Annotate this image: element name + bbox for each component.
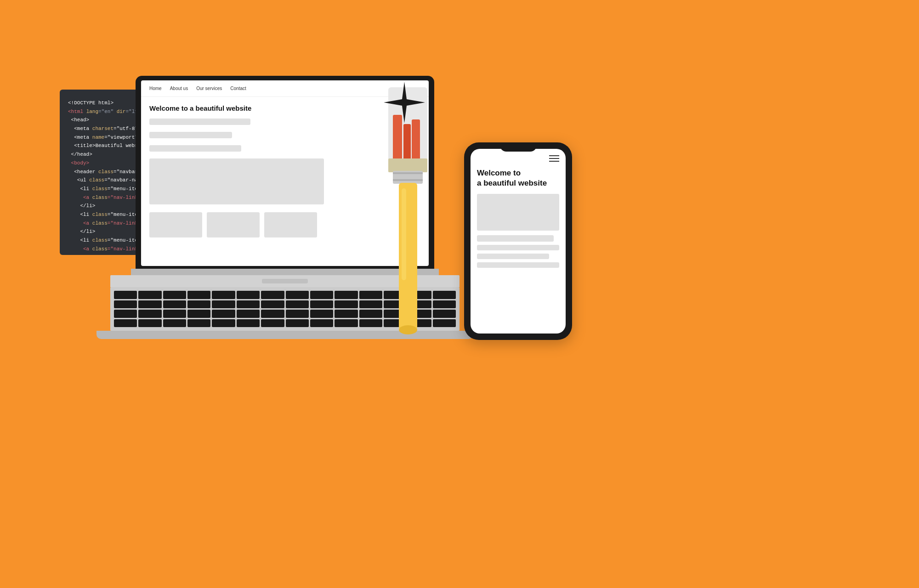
keyboard-key — [163, 319, 186, 328]
nav-about[interactable]: About us — [170, 86, 188, 91]
phone-text-placeholder — [477, 262, 559, 268]
keyboard-key — [261, 319, 284, 328]
keyboard-key — [286, 300, 309, 309]
keyboard-key — [114, 319, 137, 328]
nav-home[interactable]: Home — [149, 86, 162, 91]
sparkle-icon — [384, 82, 425, 123]
keyboard-key — [237, 300, 260, 309]
keyboard-key — [335, 319, 357, 328]
keyboard-key — [335, 310, 357, 318]
svg-rect-4 — [388, 158, 427, 172]
keyboard-key — [138, 319, 161, 328]
svg-rect-10 — [402, 188, 406, 280]
keyboard-key — [310, 319, 333, 328]
keyboard-key — [212, 291, 235, 299]
keyboard-key — [187, 319, 210, 328]
svg-rect-3 — [412, 119, 420, 161]
keyboard-key — [114, 291, 137, 299]
keyboard-key — [163, 310, 186, 318]
keyboard-key — [114, 300, 137, 309]
keyboard-key — [237, 319, 260, 328]
svg-rect-7 — [393, 179, 423, 181]
keyboard-key — [138, 310, 161, 318]
keyboard-key — [163, 300, 186, 309]
keyboard-key — [261, 291, 284, 299]
keyboard-key — [163, 291, 186, 299]
keyboard-key — [286, 310, 309, 318]
keyboard-key — [261, 310, 284, 318]
phone-text-placeholder — [477, 235, 554, 242]
keyboard-key — [187, 300, 210, 309]
phone-title: Welcome toa beautiful website — [471, 165, 566, 194]
keyboard-key — [138, 291, 161, 299]
phone-text-placeholder — [477, 245, 559, 250]
svg-rect-2 — [403, 124, 411, 161]
svg-rect-6 — [393, 172, 423, 174]
keyboard-key — [261, 300, 284, 309]
nav-services[interactable]: Our services — [196, 86, 222, 91]
keyboard-key — [187, 310, 210, 318]
keyboard-key — [212, 310, 235, 318]
keyboard-key — [138, 300, 161, 309]
phone-image-placeholder — [477, 194, 559, 231]
keyboard-key — [335, 300, 357, 309]
keyboard-key — [310, 300, 333, 309]
phone: Welcome toa beautiful website — [464, 142, 572, 340]
keyboard-key — [212, 300, 235, 309]
keyboard-key — [335, 291, 357, 299]
keyboard-key — [286, 319, 309, 328]
keyboard-key — [187, 291, 210, 299]
nav-contact[interactable]: Contact — [230, 86, 246, 91]
phone-notch — [500, 142, 537, 152]
phone-text-placeholder — [477, 254, 549, 259]
keyboard-key — [237, 291, 260, 299]
keyboard-key — [286, 291, 309, 299]
keyboard-key — [310, 310, 333, 318]
keyboard-key — [212, 319, 235, 328]
scene: <!DOCTYPE html> <html lang="en" dir="ltr… — [0, 0, 919, 588]
hamburger-menu-icon[interactable] — [549, 155, 559, 162]
keyboard-key — [310, 291, 333, 299]
keyboard-key — [237, 310, 260, 318]
phone-screen: Welcome toa beautiful website — [471, 149, 566, 334]
keyboard-key — [114, 310, 137, 318]
svg-point-9 — [399, 325, 417, 334]
paintbrush — [368, 87, 448, 354]
